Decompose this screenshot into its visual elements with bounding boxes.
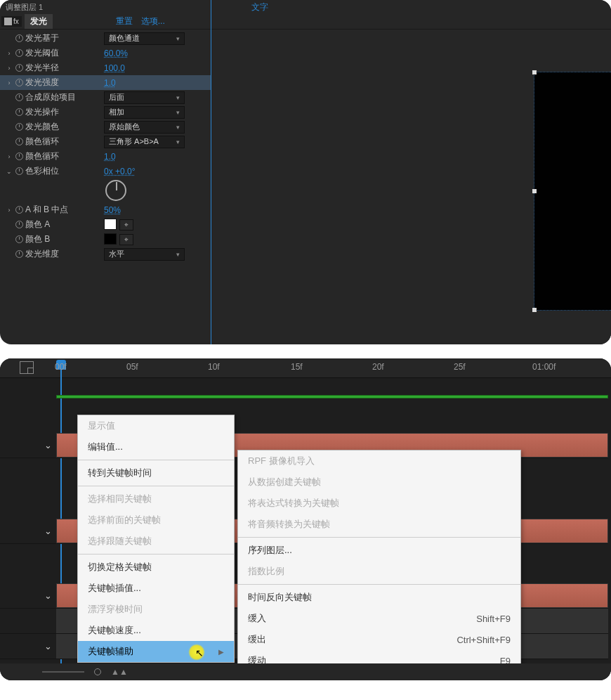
reset-link[interactable]: 重置 — [116, 15, 133, 27]
context-menu-keyframe: 显示值 编辑值... 转到关键帧时间 选择相同关键帧 选择前面的关键帧 选择跟随… — [77, 415, 235, 663]
layer-bounding-box[interactable] — [534, 72, 611, 311]
dropdown-glow-based-on[interactable]: 颜色通道▾ — [104, 32, 185, 45]
stopwatch-icon[interactable] — [14, 205, 24, 215]
angle-dial-row — [0, 180, 211, 201]
composition-preview[interactable] — [211, 30, 611, 344]
chevron-down-icon[interactable]: ⌄ — [44, 526, 52, 536]
ruler-mark: 25f — [454, 362, 466, 372]
prop-ab-midpoint: › A 和 B 中点 50% — [0, 202, 211, 217]
mi-rove-across: 漂浮穿梭时间 — [78, 599, 234, 620]
mi-kf-interpolation[interactable]: 关键帧插值... — [78, 578, 234, 599]
dropdown-glow-dimensions[interactable]: 水平▾ — [104, 248, 185, 261]
timeline-panel: 00f05f10f15f20f25f01:00f ⌄ ⌄ ⌄ ⌄ 显示值 编辑值… — [0, 358, 611, 680]
zoom-slider[interactable] — [42, 671, 84, 673]
fx-icon — [4, 18, 12, 25]
angle-dial[interactable] — [105, 180, 126, 201]
zoom-knob[interactable] — [94, 668, 101, 675]
stopwatch-icon[interactable] — [14, 48, 24, 58]
prop-glow-dimensions: 发光维度 水平▾ — [0, 247, 211, 261]
mi-exponential: 指数比例 — [238, 561, 520, 582]
chevron-down-icon[interactable]: ⌄ — [44, 641, 52, 652]
stopwatch-icon[interactable] — [14, 34, 24, 44]
mi-kf-assistant[interactable]: 关键帧辅助▶ — [78, 641, 234, 662]
eyedropper-icon[interactable]: ⌖ — [119, 234, 133, 245]
stopwatch-icon[interactable] — [14, 152, 24, 162]
prop-glow-operation: 发光操作 相加▾ — [0, 105, 211, 119]
text-tab[interactable]: 文字 — [251, 1, 268, 13]
prop-glow-threshold: › 发光阈值 60.0% — [0, 46, 211, 60]
effect-name: 发光 — [25, 14, 53, 29]
panel-divider[interactable] — [211, 0, 211, 344]
ruler-mark: 05f — [126, 362, 138, 372]
dropdown-glow-colors[interactable]: 原始颜色▾ — [104, 121, 185, 134]
dropdown-composite-original[interactable]: 后面▾ — [104, 91, 185, 104]
mi-show-value: 显示值 — [78, 415, 234, 436]
mi-rpf-import: RPF 摄像机导入 — [238, 451, 520, 472]
value-color-loops[interactable]: 1.0 — [104, 152, 116, 162]
stopwatch-icon[interactable] — [14, 108, 24, 117]
resize-handle[interactable] — [532, 189, 537, 193]
timeline-footer: ▲▲ — [0, 663, 611, 680]
prop-color-looping: 颜色循环 三角形 A>B>A▾ — [0, 134, 211, 149]
swatch-color-b[interactable] — [104, 233, 117, 245]
stopwatch-icon[interactable] — [14, 167, 24, 176]
context-menu-kf-assistant: RPF 摄像机导入 从数据创建关键帧 将表达式转换为关键帧 将音频转换为关键帧 … — [237, 450, 521, 672]
ruler-mark: 00f — [55, 362, 67, 372]
chevron-down-icon[interactable]: ⌄ — [44, 440, 52, 451]
submenu-arrow-icon: ▶ — [218, 648, 224, 656]
dropdown-glow-operation[interactable]: 相加▾ — [104, 106, 185, 119]
value-color-phase[interactable]: 0x +0.0° — [104, 167, 136, 176]
mi-ease-in[interactable]: 缓入Shift+F9 — [238, 608, 520, 629]
options-link[interactable]: 选项... — [141, 15, 165, 27]
value-glow-intensity[interactable]: 1.0 — [104, 78, 116, 88]
prop-color-b: 颜色 B ⌖ — [0, 232, 211, 247]
resize-handle[interactable] — [532, 308, 537, 312]
swatch-color-a[interactable] — [104, 219, 117, 230]
mi-select-following: 选择跟随关键帧 — [78, 531, 234, 552]
time-ruler[interactable]: 00f05f10f15f20f25f01:00f — [0, 358, 611, 378]
dropdown-color-looping[interactable]: 三角形 A>B>A▾ — [104, 136, 185, 148]
mi-audio-to-kf: 将音频转换为关键帧 — [238, 514, 520, 535]
effect-header[interactable]: fx 发光 重置 选项... — [0, 14, 611, 30]
ruler-mark: 15f — [291, 362, 303, 372]
mi-time-reverse[interactable]: 时间反向关键帧 — [238, 587, 520, 608]
prop-color-loops: › 颜色循环 1.0 — [0, 149, 211, 164]
mi-toggle-hold[interactable]: 切换定格关键帧 — [78, 557, 234, 578]
stopwatch-icon[interactable] — [14, 220, 24, 230]
prop-composite-original: 合成原始项目 后面▾ — [0, 90, 211, 105]
stopwatch-icon[interactable] — [14, 63, 24, 73]
prop-color-phase: ⌄ 色彩相位 0x +0.0° — [0, 164, 211, 179]
zoom-out-icon[interactable]: ▲▲ — [111, 667, 128, 677]
mi-ease-out[interactable]: 缓出Ctrl+Shift+F9 — [238, 629, 520, 650]
composition-mini-icon[interactable] — [20, 361, 34, 374]
value-ab-midpoint[interactable]: 50% — [104, 205, 121, 215]
mi-expr-to-kf: 将表达式转换为关键帧 — [238, 493, 520, 514]
ruler-mark: 20f — [372, 362, 384, 372]
value-glow-threshold[interactable]: 60.0% — [104, 48, 128, 58]
stopwatch-icon[interactable] — [14, 122, 24, 132]
eyedropper-icon[interactable]: ⌖ — [119, 219, 133, 231]
mi-edit-value[interactable]: 编辑值... — [78, 436, 234, 458]
prop-glow-based-on: 发光基于 颜色通道▾ — [0, 31, 211, 46]
value-glow-radius[interactable]: 100.0 — [104, 63, 125, 73]
mi-sequence-layers[interactable]: 序列图层... — [238, 540, 520, 561]
stopwatch-icon[interactable] — [14, 249, 24, 259]
stopwatch-icon[interactable] — [14, 137, 24, 147]
layer-name-truncated: 调整图层 1 — [0, 0, 48, 14]
mi-kf-velocity[interactable]: 关键帧速度... — [78, 620, 234, 641]
resize-handle[interactable] — [532, 70, 537, 74]
prop-color-a: 颜色 A ⌖ — [0, 217, 211, 232]
mi-select-previous: 选择前面的关键帧 — [78, 510, 234, 531]
stopwatch-icon[interactable] — [14, 235, 24, 245]
stopwatch-icon[interactable] — [14, 93, 24, 103]
prop-glow-colors: 发光颜色 原始颜色▾ — [0, 119, 211, 134]
stopwatch-icon[interactable] — [14, 78, 24, 88]
mi-goto-kf-time[interactable]: 转到关键帧时间 — [78, 462, 234, 484]
effect-controls-panel: 调整图层 1 文字 fx 发光 重置 选项... 发光基于 颜色通道▾ › 发光… — [0, 0, 611, 344]
prop-glow-intensity[interactable]: › 发光强度 1.0 — [0, 75, 211, 90]
fx-badge[interactable]: fx — [1, 16, 22, 27]
mi-select-equal: 选择相同关键帧 — [78, 488, 234, 510]
chevron-down-icon[interactable]: ⌄ — [44, 590, 52, 601]
work-area-bar[interactable] — [56, 395, 608, 398]
twirl-down-icon: ⌄ — [4, 168, 14, 175]
